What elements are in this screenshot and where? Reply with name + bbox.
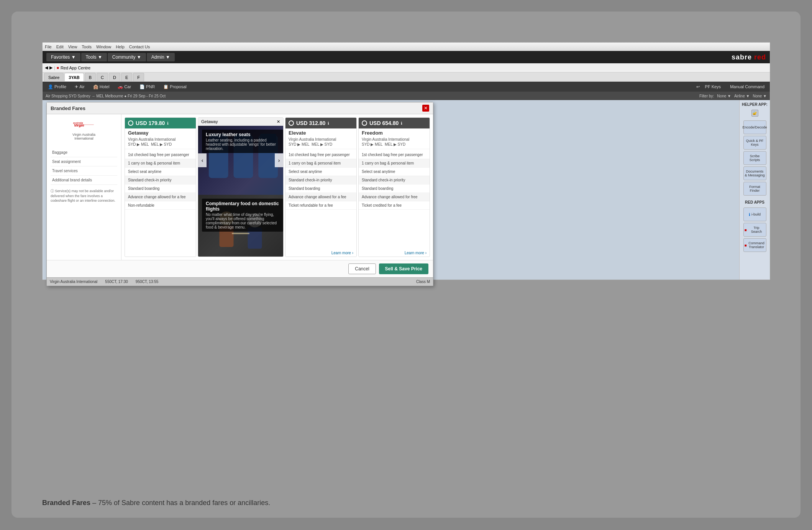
slideshow-next-button[interactable]: › <box>275 153 283 167</box>
modal-overlay: Branded Fares ✕ Virgin australia <box>43 100 445 280</box>
fare-airline-freedom: Virgin Australia International <box>359 137 430 142</box>
slideshow-prev-button[interactable]: ‹ <box>198 153 207 167</box>
sabre-nav: Favorites ▼ Tools ▼ Community ▼ Admin ▼ <box>46 53 175 61</box>
hotel-icon: 🏨 <box>93 84 98 89</box>
toolbar-icon-forward[interactable]: ▶ <box>49 65 52 70</box>
helper-encode-decode[interactable]: Encode/Decode <box>743 120 766 134</box>
feature-row: 1st checked bag free per passenger <box>359 151 430 159</box>
freedom-learn-more[interactable]: Learn more › <box>359 249 430 257</box>
favorites-button[interactable]: Favorites ▼ <box>46 53 80 61</box>
slideshow-close[interactable]: ✕ <box>277 119 280 124</box>
modal-close-button[interactable]: ✕ <box>422 105 429 112</box>
fare-features-freedom: 1st checked bag free per passenger 1 car… <box>359 149 430 249</box>
modal-footer: Cancel Sell & Save Price <box>47 260 433 277</box>
helper-documents-messaging[interactable]: Documents & Messaging <box>743 166 766 180</box>
community-button[interactable]: Community ▼ <box>108 53 146 61</box>
fare-cards-area: USD 179.80 ℹ Getaway Virgin Australia In… <box>121 114 433 260</box>
profile-button[interactable]: 👤 Profile <box>44 83 70 91</box>
feature-row: Standard boarding <box>125 184 196 193</box>
sabre-brand: sabre red <box>732 53 766 61</box>
virgin-australia-logo-svg: Virgin australia <box>72 119 95 133</box>
fare-card-freedom[interactable]: USD 654.80 ℹ Freedom Virgin Australia In… <box>358 117 430 257</box>
slideshow-caption-2: Complimentary food on domestic flights N… <box>202 199 283 232</box>
command-icon: ■ <box>745 243 747 247</box>
undo-icon[interactable]: ↩ <box>696 84 700 89</box>
tab-f[interactable]: F <box>133 73 144 81</box>
helper-quick-pf-keys[interactable]: Quick & PF Keys <box>743 136 766 150</box>
tab-c[interactable]: C <box>97 73 108 81</box>
radio-selected-icon <box>128 120 133 126</box>
pf-keys-button[interactable]: PF Keys <box>701 83 725 90</box>
modal-sidebar: Virgin australia Virgin Australia Intern… <box>47 114 121 260</box>
helper-format-finder[interactable]: Format Finder <box>743 182 766 196</box>
slideshow-bottom-image: Complimentary food on domestic flights N… <box>198 195 283 257</box>
caption-desc-2: No matter what time of day you're flying… <box>206 212 279 229</box>
main-content: Branded Fares ✕ Virgin australia <box>43 100 770 280</box>
encode-decode-icon[interactable]: 🔐 <box>751 110 758 117</box>
caption-bold: Branded Fares <box>42 499 90 507</box>
helper-ibuild[interactable]: ℹ i-build <box>743 207 766 221</box>
fare-features-elevate: 1st checked bag free per passenger 1 car… <box>285 149 356 249</box>
status-arr: 950CT, 13:55 <box>136 280 159 284</box>
feature-row: Standard check-in priority <box>285 176 356 184</box>
feature-row: Advance change allowed for a fee <box>285 193 356 201</box>
fare-route-freedom: SYD ▶ MEL MEL ▶ SYD <box>359 142 430 149</box>
fare-card-elevate[interactable]: USD 312.80 ℹ Elevate Virgin Australia In… <box>285 117 357 257</box>
feature-row: Standard boarding <box>359 184 430 193</box>
feature-row: Standard check-in priority <box>359 176 430 184</box>
fare-price-getaway: USD 179.80 <box>136 120 165 126</box>
menu-contact[interactable]: Contact Us <box>129 44 150 49</box>
title-bar: File Edit View Tools Window Help Contact… <box>43 43 770 51</box>
helper-command-translator[interactable]: ■ Command Translator <box>743 238 766 252</box>
caption-title: Luxury leather seats <box>206 132 279 137</box>
radio-unselected-icon <box>362 120 367 126</box>
toolbar-row: ◀ ▶ | ■ Red App Centre <box>43 63 770 72</box>
airline-logo: Virgin australia Virgin Australia Intern… <box>65 118 103 141</box>
car-button[interactable]: 🚗 Car <box>114 83 135 91</box>
svg-text:australia: australia <box>73 122 83 124</box>
menu-view[interactable]: View <box>68 44 77 49</box>
admin-button[interactable]: Admin ▼ <box>147 53 175 61</box>
modal-note: ⓘ Service(s) may not be available and/or… <box>51 189 117 203</box>
sell-save-price-button[interactable]: Sell & Save Price <box>379 263 428 274</box>
menu-edit[interactable]: Edit <box>56 44 64 49</box>
cancel-button[interactable]: Cancel <box>348 263 376 274</box>
ibuild-icon: ℹ <box>749 212 750 217</box>
menu-window[interactable]: Window <box>96 44 111 49</box>
proposal-button[interactable]: 📋 Proposal <box>159 83 190 91</box>
helper-trip-search[interactable]: ■ Trip Search <box>743 223 766 237</box>
fare-header-elevate: USD 312.80 ℹ <box>285 118 356 128</box>
radio-unselected-icon <box>289 120 294 126</box>
slideshow-title: Getaway <box>201 119 218 124</box>
fare-features-getaway: 1st checked bag free per passenger 1 car… <box>125 149 196 257</box>
tab-sabre[interactable]: Sabre <box>44 73 64 81</box>
toolbar-logo: ■ <box>57 66 59 70</box>
menu-help[interactable]: Help <box>116 44 125 49</box>
tab-3yab[interactable]: 3YAB <box>64 73 84 81</box>
toolbar-icon-back[interactable]: ◀ <box>45 65 48 70</box>
tools-button[interactable]: Tools ▼ <box>81 53 107 61</box>
tab-e[interactable]: E <box>121 73 132 81</box>
bottom-caption: Branded Fares – 75% of Sabre content has… <box>42 499 270 507</box>
pnr-button[interactable]: 📄 PNR <box>136 83 159 91</box>
menu-file[interactable]: File <box>45 44 52 49</box>
feature-row: Standard boarding <box>285 184 356 193</box>
modal-body: Virgin australia Virgin Australia Intern… <box>47 114 433 260</box>
fare-header-getaway: USD 179.80 ℹ <box>125 118 196 128</box>
elevate-learn-more[interactable]: Learn more › <box>285 249 356 257</box>
plane-icon: ✈ <box>75 84 78 89</box>
red-apps-title: RED APPS <box>745 200 764 204</box>
helper-scribe-scripts[interactable]: Scribe Scripts <box>743 151 766 165</box>
tab-b[interactable]: B <box>85 73 96 81</box>
modal-status-bar: Virgin Australia International 550CT, 17… <box>47 277 433 286</box>
info-icon-getaway: ℹ <box>167 121 169 125</box>
manual-command-button[interactable]: Manual Command <box>726 83 768 90</box>
hotel-button[interactable]: 🏨 Hotel <box>89 83 113 91</box>
tab-d[interactable]: D <box>109 73 120 81</box>
fare-airline-elevate: Virgin Australia International <box>285 137 356 142</box>
filter-area: Filter by: None ▼ Airline ▼ None ▼ <box>699 94 767 98</box>
fare-card-getaway[interactable]: USD 179.80 ℹ Getaway Virgin Australia In… <box>125 117 196 257</box>
svg-rect-13 <box>232 233 249 234</box>
menu-tools[interactable]: Tools <box>82 44 92 49</box>
air-button[interactable]: ✈ Air <box>71 83 88 91</box>
